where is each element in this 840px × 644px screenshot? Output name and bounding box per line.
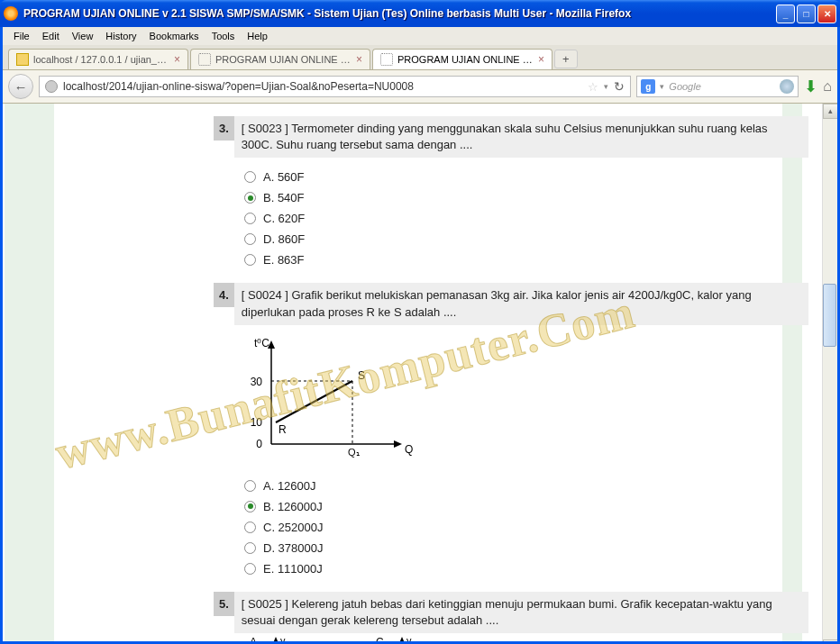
question-3-options: A. 560F B. 540F C. 620F D. 860F E. 863F xyxy=(244,167,808,270)
menu-edit[interactable]: Edit xyxy=(37,29,65,43)
question-4-options: A. 12600J B. 126000J C. 252000J D. 37800… xyxy=(244,476,808,579)
back-button[interactable]: ← xyxy=(8,74,33,99)
question-4-graph: 0 10 30 t⁰C Q R S Q₁ xyxy=(244,336,808,465)
downloads-icon[interactable]: ⬇ xyxy=(804,77,817,96)
q4-option-c[interactable]: C. 252000J xyxy=(244,517,808,538)
close-icon[interactable]: × xyxy=(356,53,362,66)
tab-2[interactable]: PROGRAM UJIAN ONLINE v 2.1 SISWA S... × xyxy=(372,49,552,69)
radio-icon[interactable] xyxy=(244,522,256,533)
url-dropdown-icon[interactable]: ▾ xyxy=(604,82,608,91)
search-engine-dropdown-icon[interactable]: ▾ xyxy=(660,82,664,91)
firefox-icon xyxy=(4,6,18,21)
close-icon[interactable]: × xyxy=(174,53,180,66)
navbar: ← localhost/2014/ujian-online-siswa/?ope… xyxy=(3,70,837,104)
question-5: 5. [ S0025 ] Kelereng jatuh bebas dari k… xyxy=(214,592,808,644)
tabbar: localhost / 127.0.0.1 / ujian_siswadb | … xyxy=(3,45,837,70)
radio-icon[interactable] xyxy=(244,254,256,266)
question-text: [ S0025 ] Kelereng jatuh bebas dari keti… xyxy=(234,592,808,633)
tab-1-label: PROGRAM UJIAN ONLINE v 2.1 SISWA S... xyxy=(215,54,352,65)
search-box[interactable]: g ▾ Google xyxy=(636,76,799,97)
q3-option-b[interactable]: B. 540F xyxy=(244,187,808,208)
svg-text:10: 10 xyxy=(251,416,263,429)
question-3: 3. [ S0023 ] Termometer dinding yang men… xyxy=(214,116,808,270)
radio-icon[interactable] xyxy=(244,480,256,492)
new-tab-button[interactable]: + xyxy=(554,50,578,68)
q4-option-b[interactable]: B. 126000J xyxy=(244,496,808,517)
tab-0[interactable]: localhost / 127.0.0.1 / ujian_siswadb | … xyxy=(8,49,188,69)
question-text: [ S0023 ] Termometer dinding yang menggu… xyxy=(234,116,808,158)
radio-icon[interactable] xyxy=(244,233,256,245)
question-text: [ S0024 ] Grafik berikut melukiskan pema… xyxy=(234,283,808,324)
tab-1[interactable]: PROGRAM UJIAN ONLINE v 2.1 SISWA S... × xyxy=(190,49,370,69)
q3-option-a[interactable]: A. 560F xyxy=(244,167,808,187)
menubar: File Edit View History Bookmarks Tools H… xyxy=(3,27,837,45)
window-title: PROGRAM UJIAN ONLINE v 2.1 SISWA SMP/SMA… xyxy=(23,7,776,20)
q3-option-d[interactable]: D. 860F xyxy=(244,229,808,249)
radio-icon[interactable] xyxy=(244,501,256,512)
url-bar[interactable]: localhost/2014/ujian-online-siswa/?open=… xyxy=(39,76,631,97)
svg-line-8 xyxy=(276,381,352,422)
left-margin xyxy=(5,104,54,644)
menu-view[interactable]: View xyxy=(67,29,99,43)
search-placeholder: Google xyxy=(669,81,775,92)
menu-file[interactable]: File xyxy=(8,29,35,43)
svg-text:R: R xyxy=(278,423,287,436)
globe-icon xyxy=(45,80,58,93)
vertical-scrollbar[interactable]: ▴ ▾ xyxy=(822,104,837,644)
question-number: 4. xyxy=(214,283,234,307)
phpmyadmin-icon xyxy=(16,53,29,66)
q4-option-a[interactable]: A. 12600J xyxy=(244,476,808,496)
q3-option-c[interactable]: C. 620F xyxy=(244,208,808,229)
svg-text:Q: Q xyxy=(405,443,413,456)
exam-content: 3. [ S0023 ] Termometer dinding yang men… xyxy=(214,104,808,644)
q4-option-e[interactable]: E. 111000J xyxy=(244,558,808,579)
radio-icon[interactable] xyxy=(244,213,256,224)
svg-text:Q₁: Q₁ xyxy=(348,447,360,458)
scroll-up-button[interactable]: ▴ xyxy=(823,104,837,119)
menu-help[interactable]: Help xyxy=(242,29,273,43)
maximize-button[interactable]: □ xyxy=(797,5,816,23)
question-number: 3. xyxy=(214,116,234,141)
page-icon xyxy=(198,53,211,66)
radio-icon[interactable] xyxy=(244,542,256,554)
radio-icon[interactable] xyxy=(244,192,256,204)
svg-text:S: S xyxy=(358,369,365,382)
svg-marker-3 xyxy=(394,440,402,448)
bookmark-star-icon[interactable]: ☆ xyxy=(588,80,598,94)
home-icon[interactable]: ⌂ xyxy=(823,78,832,95)
question-4: 4. [ S0024 ] Grafik berikut melukiskan p… xyxy=(214,283,808,578)
radio-icon[interactable] xyxy=(244,563,256,575)
page-viewport: 3. [ S0023 ] Termometer dinding yang men… xyxy=(3,104,837,644)
svg-text:30: 30 xyxy=(251,376,263,388)
search-go-icon[interactable] xyxy=(780,79,794,94)
google-icon: g xyxy=(641,79,655,94)
menu-bookmarks[interactable]: Bookmarks xyxy=(144,29,205,43)
scroll-thumb[interactable] xyxy=(823,284,836,347)
menu-history[interactable]: History xyxy=(100,29,142,43)
svg-text:0: 0 xyxy=(256,438,262,450)
close-button[interactable]: ✕ xyxy=(817,5,836,23)
close-icon[interactable]: × xyxy=(538,53,544,66)
y-axis-label: t⁰C xyxy=(254,337,269,349)
tab-0-label: localhost / 127.0.0.1 / ujian_siswadb | … xyxy=(33,54,169,65)
window-titlebar: PROGRAM UJIAN ONLINE v 2.1 SISWA SMP/SMA… xyxy=(0,0,840,27)
page-icon xyxy=(380,53,393,66)
url-text: localhost/2014/ujian-online-siswa/?open=… xyxy=(63,80,582,93)
radio-icon[interactable] xyxy=(244,171,256,183)
question-number: 5. xyxy=(214,592,234,616)
reload-icon[interactable]: ↻ xyxy=(614,79,625,94)
q4-option-d[interactable]: D. 378000J xyxy=(244,538,808,558)
tab-2-label: PROGRAM UJIAN ONLINE v 2.1 SISWA S... xyxy=(397,54,534,65)
minimize-button[interactable]: _ xyxy=(776,5,795,23)
menu-tools[interactable]: Tools xyxy=(206,29,241,43)
q3-option-e[interactable]: E. 863F xyxy=(244,249,808,270)
